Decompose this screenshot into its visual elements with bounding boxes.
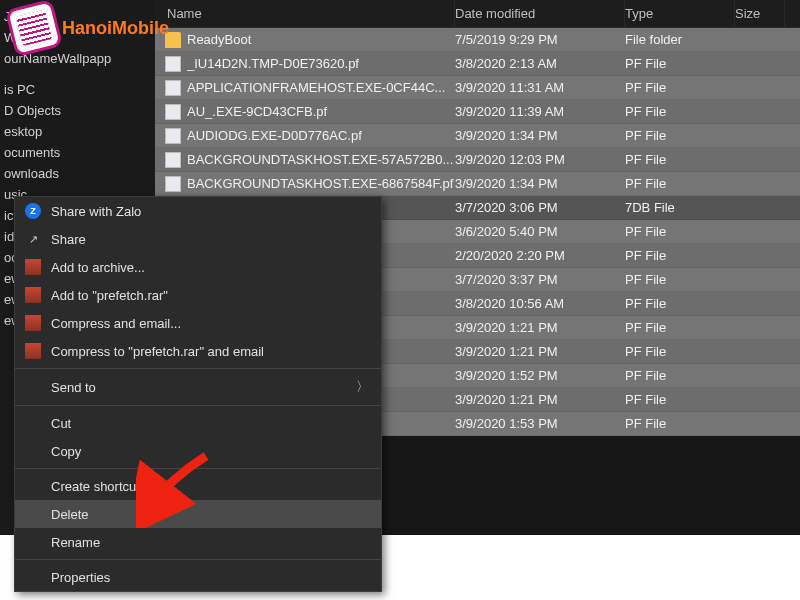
file-type: PF File <box>625 392 735 407</box>
menu-label: Add to "prefetch.rar" <box>51 288 369 303</box>
file-icon <box>165 80 181 96</box>
menu-cut[interactable]: Cut <box>15 409 381 437</box>
menu-label: Rename <box>51 535 369 550</box>
sidebar-item[interactable]: ocuments <box>0 142 155 163</box>
blank-icon <box>25 506 41 522</box>
file-icon <box>165 56 181 72</box>
file-name: BACKGROUNDTASKHOST.EXE-57A572B0... <box>187 152 455 167</box>
menu-label: Send to <box>51 380 346 395</box>
file-type: PF File <box>625 128 735 143</box>
sidebar-item[interactable]: esktop <box>0 121 155 142</box>
file-date: 3/6/2020 5:40 PM <box>455 224 625 239</box>
blank-icon <box>25 569 41 585</box>
winrar-icon <box>25 259 41 275</box>
column-header-name[interactable]: Name <box>155 0 455 27</box>
file-type: PF File <box>625 176 735 191</box>
file-date: 3/9/2020 1:34 PM <box>455 128 625 143</box>
share-icon: ↗ <box>25 231 41 247</box>
file-type: PF File <box>625 80 735 95</box>
column-header-row: Name Date modified Type Size <box>155 0 800 28</box>
chevron-right-icon: 〉 <box>356 378 369 396</box>
file-type: PF File <box>625 272 735 287</box>
blank-icon <box>25 443 41 459</box>
sidebar-item-this-pc[interactable]: is PC <box>0 79 155 100</box>
menu-label: Share with Zalo <box>51 204 369 219</box>
file-type: PF File <box>625 248 735 263</box>
file-icon <box>165 152 181 168</box>
column-header-size[interactable]: Size <box>735 0 785 27</box>
menu-share[interactable]: ↗ Share <box>15 225 381 253</box>
file-icon <box>165 128 181 144</box>
menu-label: Share <box>51 232 369 247</box>
file-date: 3/7/2020 3:06 PM <box>455 200 625 215</box>
menu-compress-email[interactable]: Compress and email... <box>15 309 381 337</box>
menu-label: Create shortcut <box>51 479 369 494</box>
menu-separator <box>15 559 381 560</box>
winrar-icon <box>25 343 41 359</box>
file-type: PF File <box>625 416 735 431</box>
file-row[interactable]: AU_.EXE-9CD43CFB.pf3/9/2020 11:39 AMPF F… <box>155 100 800 124</box>
file-date: 3/9/2020 1:21 PM <box>455 320 625 335</box>
file-type: PF File <box>625 368 735 383</box>
file-name: APPLICATIONFRAMEHOST.EXE-0CF44C... <box>187 80 455 95</box>
blank-icon <box>25 415 41 431</box>
file-row[interactable]: BACKGROUNDTASKHOST.EXE-6867584F.pf3/9/20… <box>155 172 800 196</box>
file-type: 7DB File <box>625 200 735 215</box>
sidebar-item[interactable]: ourNameWallpapp <box>0 48 155 69</box>
menu-add-archive[interactable]: Add to archive... <box>15 253 381 281</box>
menu-label: Compress to "prefetch.rar" and email <box>51 344 369 359</box>
menu-rename[interactable]: Rename <box>15 528 381 556</box>
menu-properties[interactable]: Properties <box>15 563 381 591</box>
file-icon <box>165 104 181 120</box>
file-date: 3/8/2020 10:56 AM <box>455 296 625 311</box>
column-header-type[interactable]: Type <box>625 0 735 27</box>
menu-copy[interactable]: Copy <box>15 437 381 465</box>
menu-label: Copy <box>51 444 369 459</box>
file-date: 2/20/2020 2:20 PM <box>455 248 625 263</box>
file-date: 3/9/2020 1:34 PM <box>455 176 625 191</box>
menu-delete[interactable]: Delete <box>15 500 381 528</box>
file-row[interactable]: APPLICATIONFRAMEHOST.EXE-0CF44C...3/9/20… <box>155 76 800 100</box>
file-row[interactable]: AUDIODG.EXE-D0D776AC.pf3/9/2020 1:34 PMP… <box>155 124 800 148</box>
file-date: 7/5/2019 9:29 PM <box>455 32 625 47</box>
file-name: AUDIODG.EXE-D0D776AC.pf <box>187 128 455 143</box>
menu-label: Delete <box>51 507 369 522</box>
file-date: 3/9/2020 12:03 PM <box>455 152 625 167</box>
file-date: 3/8/2020 2:13 AM <box>455 56 625 71</box>
file-type: PF File <box>625 56 735 71</box>
zalo-icon: Z <box>25 203 41 219</box>
menu-compress-prefetch-email[interactable]: Compress to "prefetch.rar" and email <box>15 337 381 365</box>
menu-label: Cut <box>51 416 369 431</box>
menu-add-prefetch-rar[interactable]: Add to "prefetch.rar" <box>15 281 381 309</box>
file-type: PF File <box>625 224 735 239</box>
file-date: 3/9/2020 1:21 PM <box>455 344 625 359</box>
context-menu: Z Share with Zalo ↗ Share Add to archive… <box>14 196 382 592</box>
sidebar-item[interactable]: Jnity <box>0 6 155 27</box>
file-type: PF File <box>625 344 735 359</box>
blank-icon <box>25 379 41 395</box>
menu-create-shortcut[interactable]: Create shortcut <box>15 472 381 500</box>
blank-icon <box>25 478 41 494</box>
menu-label: Add to archive... <box>51 260 369 275</box>
sidebar-item[interactable]: WebD <box>0 27 155 48</box>
file-name: AU_.EXE-9CD43CFB.pf <box>187 104 455 119</box>
file-date: 3/9/2020 11:39 AM <box>455 104 625 119</box>
sidebar-item[interactable]: D Objects <box>0 100 155 121</box>
menu-send-to[interactable]: Send to 〉 <box>15 372 381 402</box>
file-name: BACKGROUNDTASKHOST.EXE-6867584F.pf <box>187 176 455 191</box>
file-row[interactable]: _IU14D2N.TMP-D0E73620.pf3/8/2020 2:13 AM… <box>155 52 800 76</box>
file-icon <box>165 176 181 192</box>
folder-icon <box>165 32 181 48</box>
file-row[interactable]: BACKGROUNDTASKHOST.EXE-57A572B0...3/9/20… <box>155 148 800 172</box>
file-row[interactable]: ReadyBoot7/5/2019 9:29 PMFile folder <box>155 28 800 52</box>
winrar-icon <box>25 287 41 303</box>
file-type: PF File <box>625 152 735 167</box>
menu-separator <box>15 405 381 406</box>
menu-separator <box>15 468 381 469</box>
file-date: 3/9/2020 11:31 AM <box>455 80 625 95</box>
menu-share-zalo[interactable]: Z Share with Zalo <box>15 197 381 225</box>
sidebar-item[interactable]: ownloads <box>0 163 155 184</box>
column-header-date[interactable]: Date modified <box>455 0 625 27</box>
menu-separator <box>15 368 381 369</box>
file-date: 3/9/2020 1:21 PM <box>455 392 625 407</box>
